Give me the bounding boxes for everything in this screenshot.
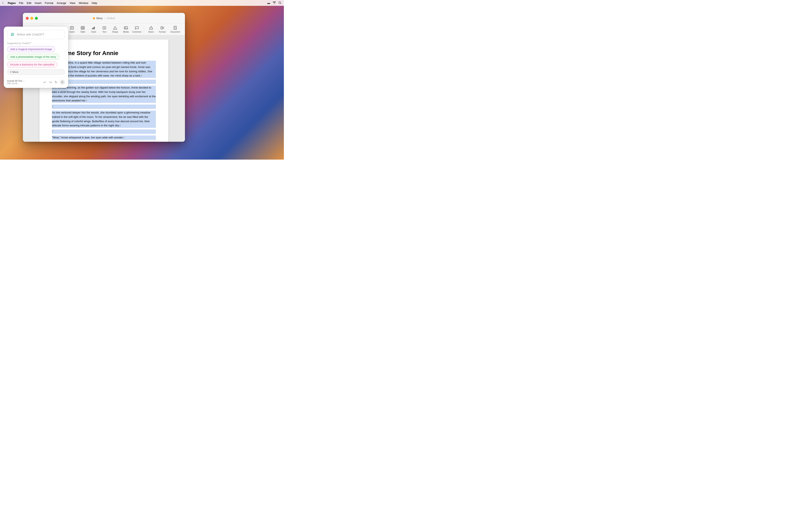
insert-icon <box>70 26 74 30</box>
menu-view[interactable]: View <box>70 1 75 4</box>
share-label: Share <box>148 31 154 33</box>
svg-line-1 <box>281 3 281 4</box>
table-label: Table <box>80 31 85 33</box>
toolbar-chart[interactable]: Chart <box>89 25 98 34</box>
toolbar-text[interactable]: T Text <box>100 25 109 34</box>
refresh-button[interactable]: ↻ <box>54 80 58 84</box>
svg-point-28 <box>12 34 13 34</box>
window-title: Story <box>96 17 102 20</box>
apple-menu[interactable]:  <box>2 1 3 4</box>
format-label: Format <box>159 31 166 33</box>
document-icon <box>173 26 177 30</box>
format-icon <box>160 26 164 30</box>
svg-point-0 <box>279 1 281 3</box>
menubar:  Pages File Edit Insert Format Arrange … <box>0 0 284 6</box>
suggestion-chips: Add a magical impressionist image Add a … <box>7 46 65 75</box>
footer-left: Include All Text ⌄ 585 words <box>7 80 25 84</box>
suggestion-chip-1[interactable]: Add a magical impressionist image <box>7 46 55 52</box>
svg-point-17 <box>125 27 126 28</box>
word-count: 585 words <box>7 82 25 84</box>
comment-icon <box>135 26 139 30</box>
share-icon <box>149 26 153 30</box>
chevron-icon: ⌄ <box>23 80 25 82</box>
svg-rect-5 <box>81 26 84 29</box>
comment-label: Comment <box>132 31 141 33</box>
panel-footer: Include All Text ⌄ 585 words ↩ ↪ ↻ + <box>7 77 65 84</box>
toolbar-format[interactable]: Format <box>157 25 167 34</box>
chevron-down-icon: ▾ <box>10 71 12 73</box>
chatgpt-input-placeholder[interactable]: Refine with ChatGPT <box>17 33 62 36</box>
edited-status: — Edited <box>104 17 115 20</box>
story-icon <box>93 17 95 19</box>
suggested-label: Suggested by ChatGPT <box>7 42 65 44</box>
include-all-text[interactable]: Include All Text ⌄ <box>7 80 25 82</box>
paragraph-break-4[interactable]: ¶ <box>52 141 156 142</box>
paragraph-4[interactable]: "Wow," Annie whispered in awe, her eyes … <box>52 135 156 140</box>
app-name[interactable]: Pages <box>8 1 16 4</box>
shape-label: Shape <box>112 31 118 33</box>
svg-rect-10 <box>92 28 93 29</box>
document-label: Document <box>170 31 180 33</box>
svg-point-29 <box>13 34 13 34</box>
text-label: Text <box>102 31 106 33</box>
toolbar-media[interactable]: Media <box>121 25 131 34</box>
shape-icon <box>113 26 117 30</box>
menubar-right: ▬ <box>267 1 281 5</box>
chatgpt-panel: Refine with ChatGPT Suggested by ChatGPT… <box>4 26 68 88</box>
media-label: Media <box>123 31 129 33</box>
toolbar-document[interactable]: Document <box>169 25 182 34</box>
window-title-group: Story — Edited <box>93 17 115 20</box>
menu-arrange[interactable]: Arrange <box>57 1 66 4</box>
menu-insert[interactable]: Insert <box>35 1 42 4</box>
menu-file[interactable]: File <box>19 1 23 4</box>
titlebar: Story — Edited <box>23 13 185 24</box>
redo-button[interactable]: ↪ <box>49 80 52 84</box>
table-icon <box>81 26 85 30</box>
search-icon[interactable] <box>279 1 281 5</box>
more-button[interactable]: ▾ More <box>7 69 65 75</box>
text-icon: T <box>102 26 107 30</box>
paragraph-2[interactable]: One breezy evening, as the golden sun di… <box>52 86 156 103</box>
svg-point-27 <box>12 34 12 34</box>
toolbar-share[interactable]: Share <box>147 25 156 34</box>
chart-icon <box>92 26 96 30</box>
svg-text:T: T <box>104 27 105 29</box>
minimize-button[interactable] <box>30 17 33 20</box>
menu-edit[interactable]: Edit <box>26 1 31 4</box>
menu-format[interactable]: Format <box>45 1 53 4</box>
footer-actions: ↩ ↪ ↻ + <box>43 80 65 84</box>
svg-marker-15 <box>113 26 117 29</box>
svg-rect-11 <box>93 27 94 29</box>
maximize-button[interactable] <box>35 17 38 20</box>
menu-help[interactable]: Help <box>92 1 97 4</box>
menu-window[interactable]: Window <box>79 1 88 4</box>
window-controls <box>26 17 38 20</box>
toolbar-table[interactable]: Table <box>78 25 87 34</box>
battery-icon: ▬ <box>267 1 270 4</box>
svg-rect-18 <box>161 26 162 29</box>
insert-label: Insert <box>70 31 75 33</box>
add-button[interactable]: + <box>60 80 65 84</box>
chatgpt-logo-icon <box>10 32 15 37</box>
paragraph-3[interactable]: As she ventured deeper into the woods, s… <box>52 111 156 128</box>
media-icon <box>124 26 128 30</box>
suggestion-chip-3[interactable]: Include a backstory for the caterpillar <box>7 61 57 68</box>
svg-rect-12 <box>94 26 95 29</box>
chart-label: Chart <box>91 31 96 33</box>
toolbar-comment[interactable]: Comment <box>132 25 141 34</box>
close-button[interactable] <box>26 17 29 20</box>
chatgpt-input-row[interactable]: Refine with ChatGPT <box>7 30 65 39</box>
paragraph-break-3[interactable]: ¶ <box>52 130 156 134</box>
wifi-icon <box>273 1 276 4</box>
undo-button[interactable]: ↩ <box>43 80 46 84</box>
toolbar-shape[interactable]: Shape <box>111 25 120 34</box>
suggestion-chip-2[interactable]: Add a photorealistic image of the story <box>7 54 59 60</box>
paragraph-break-2[interactable]: ¶ <box>52 104 156 109</box>
toolbar-insert[interactable]: Insert <box>67 25 76 34</box>
